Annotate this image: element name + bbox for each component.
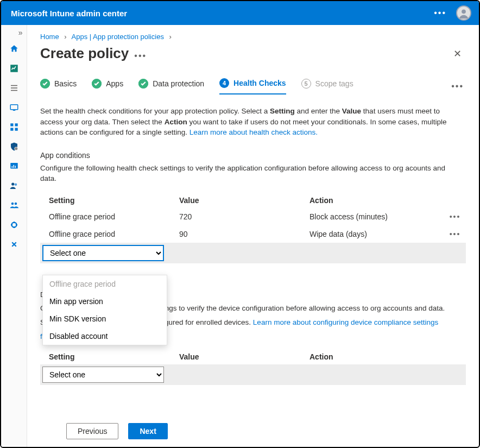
breadcrumb-apps[interactable]: Apps | App protection policies [72,33,164,41]
svg-rect-12 [15,166,16,168]
table-row: Offline grace period 90 Wipe data (days)… [40,225,466,243]
row-more-icon[interactable]: ••• [444,212,466,221]
intro-text: Set the health check conditions for your… [40,106,458,138]
chevron-right-icon: › [64,33,66,41]
step-health-checks[interactable]: 4 Health Checks [219,78,286,94]
nav-reports[interactable] [4,159,24,174]
stepper-more-icon[interactable]: ••• [451,81,466,91]
nav-devices[interactable] [4,100,24,115]
col-action: Action [310,196,444,205]
sidebar-collapse-icon[interactable]: » [1,28,27,37]
dropdown-item-min-sdk-version[interactable]: Min SDK version [43,310,167,327]
step-label: Scope tags [315,79,353,88]
close-icon[interactable]: ✕ [449,46,466,62]
step-label: Data protection [153,79,204,88]
nav-tenant[interactable] [4,217,24,232]
nav-dashboard[interactable] [4,61,24,76]
nav-troubleshoot[interactable] [4,237,24,252]
device-compliance-link[interactable]: Learn more about configuring device comp… [253,318,438,326]
svg-rect-6 [10,128,13,131]
step-number: 5 [301,79,311,89]
svg-rect-10 [11,166,12,168]
breadcrumb-home[interactable]: Home [40,33,59,41]
svg-rect-5 [15,123,17,126]
table-row: Offline grace period 720 Block access (m… [40,208,466,225]
wizard-stepper: Basics Apps Data protection 4 Health [40,78,353,94]
svg-rect-4 [10,123,13,126]
step-apps[interactable]: Apps [92,78,123,94]
col-value: Value [179,352,310,361]
svg-rect-3 [12,110,15,111]
nav-list[interactable] [4,80,24,96]
page-title: Create policy [40,45,129,62]
app-conditions-table: Setting Value Action Offline grace perio… [40,193,466,263]
svg-point-15 [11,203,14,205]
app-conditions-heading: App conditions [40,151,466,160]
col-value: Value [179,196,310,205]
svg-point-16 [14,203,17,205]
left-sidebar: » [1,25,27,447]
col-setting: Setting [49,196,179,205]
cell-value: 90 [179,230,310,238]
row-more-icon[interactable]: ••• [444,230,466,238]
nav-security[interactable] [4,139,24,154]
svg-point-14 [14,184,17,186]
nav-home[interactable] [4,41,24,56]
chevron-right-icon: › [169,33,172,41]
svg-point-8 [14,147,17,150]
cell-setting: Offline grace period [49,212,179,221]
top-banner: Microsoft Intune admin center ••• [1,1,479,25]
col-action: Action [310,352,444,361]
svg-point-13 [11,182,14,185]
nav-groups[interactable] [4,198,24,213]
check-icon [40,79,50,89]
device-conditions-table: Setting Value Action Select one [40,349,466,385]
cell-action: Wipe data (days) [310,230,444,238]
next-button[interactable]: Next [128,423,167,439]
breadcrumb: Home › Apps | App protection policies › [27,25,479,43]
svg-rect-7 [15,128,17,131]
cell-value: 720 [179,212,310,221]
banner-more-icon[interactable]: ••• [434,8,446,18]
person-icon [458,8,470,20]
nav-users[interactable] [4,178,24,193]
svg-point-0 [462,9,466,14]
step-number: 4 [219,78,229,88]
app-conditions-desc: Configure the following health check set… [40,163,453,184]
check-icon [92,79,102,89]
page-title-more-icon[interactable]: ••• [134,51,147,61]
learn-more-link[interactable]: Learn more about health check actions. [190,128,318,136]
add-setting-row: Select one [40,243,466,263]
step-data-protection[interactable]: Data protection [138,78,204,94]
cell-setting: Offline grace period [49,230,179,238]
dropdown-item-min-app-version[interactable]: Min app version [43,293,167,310]
dropdown-item-disabled-account[interactable]: Disabled account [43,327,167,345]
nav-apps[interactable] [4,119,24,135]
wizard-footer: Previous Next [66,423,168,439]
svg-rect-2 [10,105,18,110]
svg-rect-11 [13,165,14,168]
step-basics[interactable]: Basics [40,78,77,94]
add-device-setting-row: Select one [40,364,466,385]
device-setting-select[interactable]: Select one [42,367,164,383]
step-label: Basics [54,79,77,88]
previous-button[interactable]: Previous [66,423,118,439]
setting-dropdown: Offline grace period Min app version Min… [42,275,167,345]
col-setting: Setting [49,352,179,361]
product-title: Microsoft Intune admin center [11,9,127,18]
check-icon [138,79,148,89]
dropdown-item-offline-grace: Offline grace period [43,275,167,293]
step-scope-tags[interactable]: 5 Scope tags [301,78,353,94]
step-label: Health Checks [233,79,286,87]
cell-action: Block access (minutes) [310,212,444,221]
avatar[interactable] [456,5,471,21]
step-label: Apps [106,79,123,88]
setting-select[interactable]: Select one [42,245,164,261]
